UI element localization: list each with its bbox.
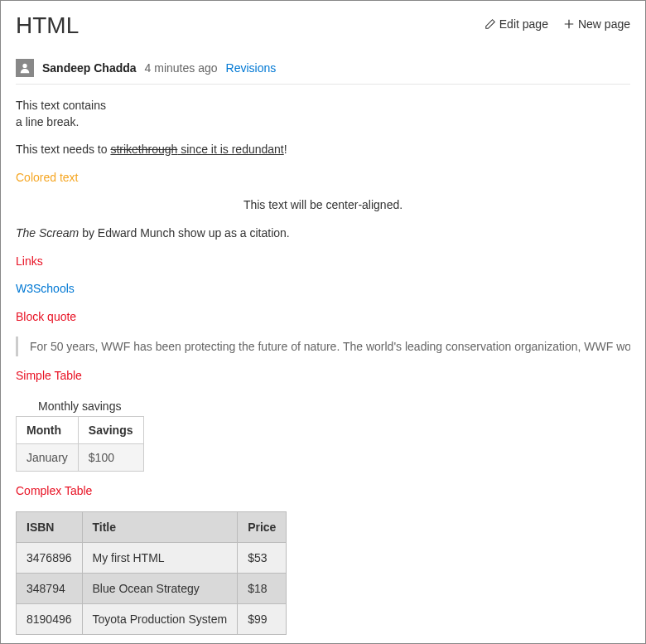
page-title: HTML: [16, 12, 79, 39]
td-price: $18: [238, 573, 287, 603]
td-price: $53: [238, 542, 287, 573]
td-isbn: 3476896: [17, 542, 83, 573]
td-title: Toyota Production System: [82, 603, 238, 634]
linebreak-sample: This text contains a line break.: [16, 98, 630, 130]
td-price: $99: [238, 603, 287, 634]
simple-table-heading: Simple Table: [16, 368, 630, 385]
line2: a line break.: [16, 115, 79, 128]
td-title: Blue Ocean Strategy: [82, 573, 238, 603]
td-month: January: [17, 443, 79, 471]
colored-text: Colored text: [16, 170, 630, 186]
content-body: This text contains a line break. This te…: [16, 98, 630, 644]
byline-row: Sandeep Chadda 4 minutes ago Revisions: [16, 59, 630, 77]
header-actions: Edit page New page: [485, 17, 630, 31]
th-price: Price: [238, 511, 287, 542]
complex-table: ISBN Title Price 3476896 My first HTML $…: [16, 511, 287, 635]
blockquote-content: For 50 years, WWF has been protecting th…: [16, 337, 630, 356]
strike-word: strikethrough: [110, 143, 177, 156]
th-savings: Savings: [78, 416, 143, 443]
table-row: 8190496 Toyota Production System $99: [17, 603, 287, 634]
citation-title: The Scream: [16, 226, 79, 240]
td-savings: $100: [78, 443, 143, 471]
author-name: Sandeep Chadda: [42, 61, 137, 75]
avatar: [16, 59, 34, 77]
th-title: Title: [82, 511, 238, 542]
td-title: My first HTML: [82, 542, 238, 573]
w3schools-link[interactable]: W3Schools: [16, 282, 75, 295]
timestamp: 4 minutes ago: [145, 61, 218, 75]
revisions-link[interactable]: Revisions: [226, 61, 277, 75]
citation-rest: by Edward Munch show up as a citation.: [79, 226, 289, 240]
table-row: January $100: [17, 443, 144, 471]
simple-table-caption: Monthly savings: [16, 396, 144, 416]
complex-table-heading: Complex Table: [16, 483, 630, 500]
td-isbn: 8190496: [17, 603, 83, 634]
new-page-button[interactable]: New page: [563, 17, 630, 31]
strike-post: since it is redundant: [177, 143, 283, 156]
strike-bang: !: [284, 143, 287, 156]
centered-text: This text will be center-aligned.: [16, 197, 630, 214]
strike-sample: This text needs to strikethrough since i…: [16, 142, 630, 158]
table-row: 348794 Blue Ocean Strategy $18: [17, 573, 287, 603]
links-heading: Links: [16, 254, 630, 270]
person-icon: [19, 62, 31, 74]
separator: [16, 84, 630, 85]
citation-line: The Scream by Edward Munch show up as a …: [16, 225, 630, 242]
new-page-label: New page: [578, 17, 630, 31]
table-row: 3476896 My first HTML $53: [17, 542, 287, 573]
table-row: Month Savings: [17, 416, 144, 443]
line1: This text contains: [16, 98, 630, 114]
svg-point-0: [22, 64, 27, 68]
strike-pre: This text needs to: [16, 143, 110, 156]
plus-icon: [563, 18, 575, 30]
simple-table: Monthly savings Month Savings January $1…: [16, 396, 144, 472]
table-row: ISBN Title Price: [17, 511, 287, 542]
th-isbn: ISBN: [17, 511, 83, 542]
pencil-icon: [485, 18, 496, 30]
edit-page-button[interactable]: Edit page: [485, 17, 548, 31]
blockquote-heading: Block quote: [16, 309, 630, 326]
td-isbn: 348794: [17, 573, 83, 603]
edit-page-label: Edit page: [499, 17, 548, 31]
th-month: Month: [17, 416, 79, 443]
